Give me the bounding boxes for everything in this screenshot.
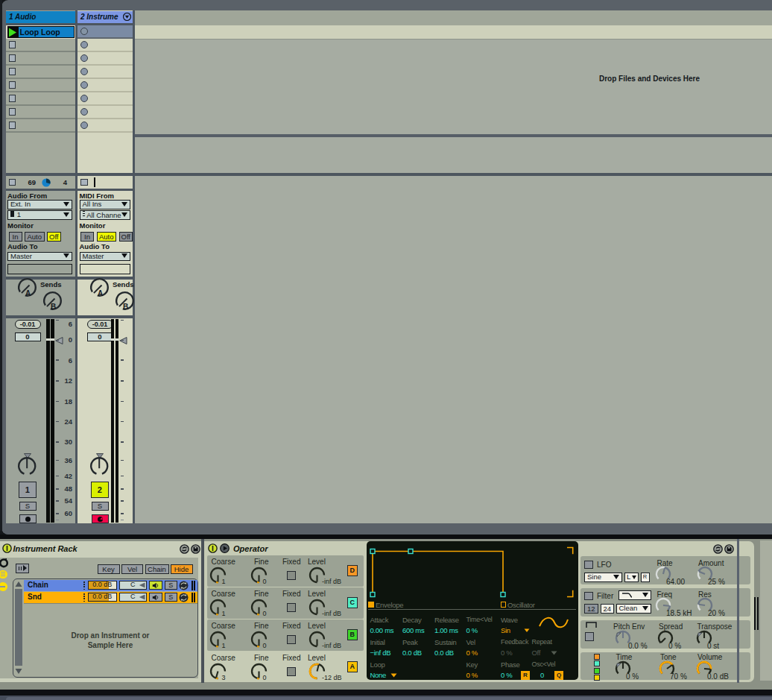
svg-text:B: B <box>51 303 56 311</box>
svg-text:A: A <box>97 289 102 297</box>
svg-text:B: B <box>123 303 128 311</box>
svg-text:A: A <box>25 289 30 297</box>
